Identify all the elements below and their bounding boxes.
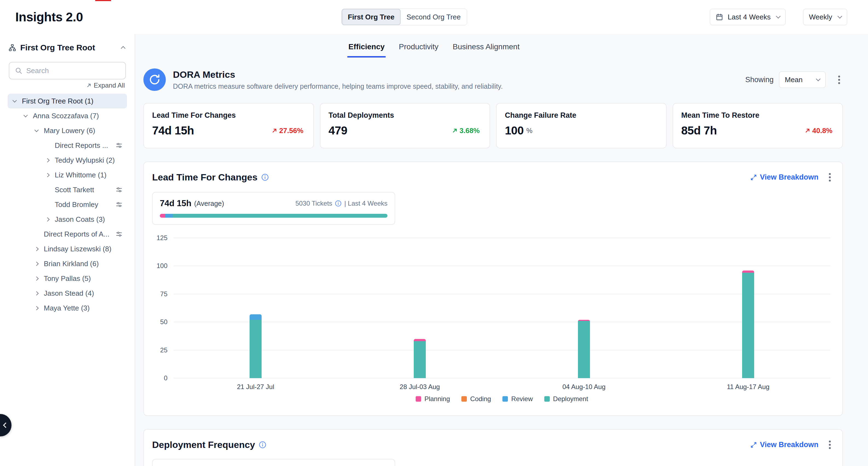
- tree-item-liz-whittome-1[interactable]: Liz Whittome (1): [8, 168, 127, 182]
- sidebar-search[interactable]: [9, 62, 126, 79]
- legend-item-coding[interactable]: Coding: [461, 395, 491, 403]
- aggregation-select[interactable]: Mean: [779, 71, 826, 88]
- x-axis-label: 11 Aug-17 Aug: [727, 383, 770, 391]
- chevron-down-icon[interactable]: [24, 113, 28, 117]
- expand-icon: [86, 83, 92, 88]
- chevron-up-icon[interactable]: [121, 46, 126, 51]
- kebab-menu-icon[interactable]: [838, 79, 840, 81]
- legend-item-deployment[interactable]: Deployment: [544, 395, 588, 403]
- bar-segment-review[interactable]: [250, 314, 261, 320]
- chevron-right-icon[interactable]: [34, 306, 39, 310]
- expand-all-button[interactable]: Expand All: [10, 82, 125, 89]
- section-title: Lead Time For Changes: [152, 172, 257, 183]
- tree-item-maya-yette-3[interactable]: Maya Yette (3): [8, 301, 127, 315]
- tree-item-tony-pallas-5[interactable]: Tony Pallas (5): [8, 271, 127, 286]
- tree-item-label: Scott Tarkett: [55, 186, 94, 194]
- clipped-red-element: [95, 0, 111, 1]
- chevron-right-icon[interactable]: [45, 173, 50, 177]
- metric-card-change-failure-rate[interactable]: Change Failure Rate100%: [496, 103, 666, 148]
- info-icon[interactable]: [261, 174, 269, 181]
- bar-segment-deployment[interactable]: [250, 320, 261, 378]
- metric-card-lead-time-for-changes[interactable]: Lead Time For Changes74d 15h27.56%: [144, 103, 314, 148]
- summary-value: 74d 15h: [160, 199, 191, 208]
- tree-item-todd-bromley[interactable]: Todd Bromley: [8, 197, 127, 212]
- chevron-right-icon[interactable]: [34, 247, 39, 251]
- dora-title: DORA Metrics: [173, 69, 503, 80]
- bar-segment-deployment[interactable]: [578, 321, 590, 378]
- chevron-right-icon[interactable]: [45, 217, 50, 222]
- org-toggle-first-org-tree[interactable]: First Org Tree: [342, 9, 401, 25]
- phase-segment-planning[interactable]: [160, 214, 165, 218]
- tree-item-anna-scozzafava-7[interactable]: Anna Scozzafava (7): [8, 109, 127, 123]
- view-breakdown-button[interactable]: View Breakdown: [750, 440, 818, 449]
- bar-21-jul-27-jul[interactable]: [250, 314, 261, 378]
- tree-item-brian-kirkland-6[interactable]: Brian Kirkland (6): [8, 256, 127, 271]
- metric-card-mean-time-to-restore[interactable]: Mean Time To Restore85d 7h40.8%: [673, 103, 843, 148]
- gridline: [174, 266, 830, 266]
- legend-item-review[interactable]: Review: [502, 395, 533, 403]
- phase-segment-review[interactable]: [165, 214, 173, 218]
- tree-item-label: Jason Coats (3): [55, 215, 105, 224]
- bar-28-jul-03-aug[interactable]: [414, 339, 426, 378]
- bar-segment-deployment[interactable]: [414, 341, 426, 378]
- tree-chevron-slot: [24, 114, 33, 117]
- tab-productivity[interactable]: Productivity: [398, 42, 440, 58]
- deployment-summary-card: [152, 459, 395, 466]
- chevron-down-icon[interactable]: [34, 127, 39, 132]
- legend-swatch: [502, 396, 508, 402]
- filter-icon-wrap[interactable]: [116, 201, 123, 208]
- metric-card-total-deployments[interactable]: Total Deployments4793.68%: [320, 103, 490, 148]
- tree-item-direct-reports[interactable]: Direct Reports ...: [8, 138, 127, 153]
- bar-segment-planning[interactable]: [742, 270, 754, 273]
- bar-segment-deployment[interactable]: [742, 273, 754, 378]
- gridline: [174, 238, 830, 238]
- info-icon[interactable]: [259, 441, 266, 448]
- legend-item-planning[interactable]: Planning: [416, 395, 450, 403]
- y-axis-label: 75: [148, 290, 167, 298]
- chevron-right-icon[interactable]: [45, 158, 50, 163]
- tree-item-lindsay-liszewski-8[interactable]: Lindsay Liszewski (8): [8, 241, 127, 256]
- granularity-select[interactable]: Weekly: [803, 9, 847, 25]
- top-controls: Last 4 Weeks Weekly: [710, 9, 847, 25]
- phase-segment-deployment[interactable]: [173, 214, 388, 218]
- filter-icon-wrap[interactable]: [116, 231, 123, 238]
- expand-corners-icon: [750, 441, 757, 448]
- tree-item-first-org-tree-root-1[interactable]: First Org Tree Root (1): [8, 94, 127, 109]
- legend-label: Coding: [470, 395, 491, 403]
- tab-business-alignment[interactable]: Business Alignment: [452, 42, 521, 58]
- calendar-icon: [716, 13, 723, 21]
- filter-icon-wrap[interactable]: [116, 142, 123, 149]
- tree-item-jason-stead-4[interactable]: Jason Stead (4): [8, 286, 127, 301]
- sliders-filter-icon: [116, 231, 123, 238]
- tree-item-jason-coats-3[interactable]: Jason Coats (3): [8, 212, 127, 227]
- tab-efficiency[interactable]: Efficiency: [347, 42, 385, 58]
- chevron-right-icon[interactable]: [34, 261, 39, 266]
- tree-item-scott-tarkett[interactable]: Scott Tarkett: [8, 182, 127, 197]
- tickets-count: 5030 Tickets: [295, 200, 332, 207]
- kebab-menu-icon[interactable]: [829, 176, 831, 178]
- lead-time-section: Lead Time For Changes View Breakdown 74d…: [144, 162, 843, 416]
- chevron-right-icon[interactable]: [34, 276, 39, 281]
- search-input[interactable]: [26, 66, 120, 75]
- y-axis-label: 0: [148, 374, 167, 382]
- tree-item-mary-lowery-6[interactable]: Mary Lowery (6): [8, 123, 127, 138]
- lead-time-summary-card: 74d 15h (Average) 5030 Tickets | Last 4 …: [152, 192, 395, 225]
- org-chart-icon: [8, 43, 17, 52]
- y-axis-label: 25: [148, 346, 167, 354]
- org-toggle-second-org-tree[interactable]: Second Org Tree: [401, 9, 467, 25]
- sidebar-header[interactable]: First Org Tree Root: [0, 41, 135, 54]
- chevron-right-icon[interactable]: [34, 291, 39, 295]
- bar-segment-planning[interactable]: [414, 339, 426, 341]
- tree-item-direct-reports-of-a[interactable]: Direct Reports of A...: [8, 227, 127, 241]
- filter-icon-wrap[interactable]: [116, 186, 123, 193]
- y-axis-label: 50: [148, 318, 167, 326]
- gridline: [174, 322, 830, 322]
- view-breakdown-button[interactable]: View Breakdown: [750, 173, 818, 181]
- chevron-down-icon[interactable]: [12, 98, 17, 103]
- bar-04-aug-10-aug[interactable]: [578, 320, 590, 378]
- bar-11-aug-17-aug[interactable]: [742, 270, 754, 378]
- date-range-select[interactable]: Last 4 Weeks: [710, 9, 786, 25]
- kebab-menu-icon[interactable]: [829, 444, 831, 446]
- info-icon[interactable]: [335, 200, 342, 207]
- tree-item-teddy-wylupski-2[interactable]: Teddy Wylupski (2): [8, 153, 127, 168]
